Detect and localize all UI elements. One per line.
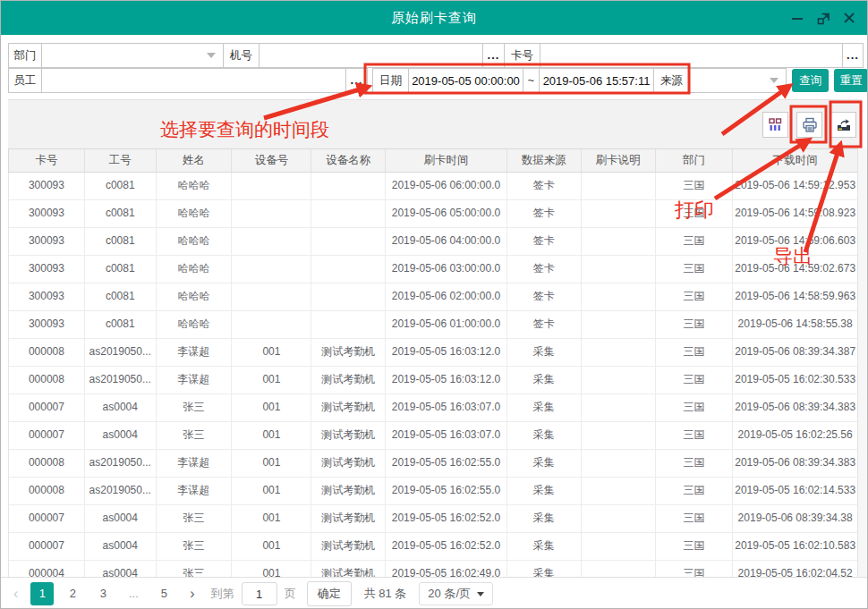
table-row[interactable]: 000008as2019050...李谋超001测试考勤机2019-05-05 … [9,450,857,478]
table-cell: 2019-05-05 16:02:52.0 [386,533,507,560]
table-row[interactable]: 300093c0081哈哈哈2019-05-06 06:00:00.0签卡三国2… [9,173,857,200]
table-cell: 签卡 [507,200,582,227]
table-cell [311,200,386,227]
table-cell: 2019-05-06 14:58:55.38 [733,311,857,338]
table-cell: 000007 [9,533,85,560]
maximize-icon[interactable] [814,9,832,27]
table-cell [232,256,311,283]
card-more-button[interactable]: ... [842,43,864,68]
reset-button[interactable]: 重置 [834,69,868,92]
column-header[interactable]: 设备号 [232,149,311,172]
page-size-select[interactable]: 20 条/页 [419,582,493,605]
table-cell: 三国 [656,173,734,199]
table-cell: 300093 [9,283,85,310]
table-cell: 测试考勤机 [311,422,386,449]
table-cell: as2019050... [85,339,157,366]
table-cell: 张三 [157,533,233,560]
table-cell [311,311,386,338]
results-table: 卡号工号姓名设备号设备名称刷卡时间数据来源刷卡说明部门下载时间 300093c0… [8,148,858,577]
table-row[interactable]: 000008as2019050...李谋超001测试考勤机2019-05-05 … [9,367,857,394]
table-cell: c0081 [85,173,157,199]
table-row[interactable]: 000007as0004张三001测试考勤机2019-05-05 16:03:0… [9,394,857,422]
table-cell: 2019-05-06 02:00:00.0 [386,283,507,310]
table-cell: 哈哈哈 [157,200,233,227]
table-cell: 哈哈哈 [157,228,233,255]
source-select[interactable] [689,68,787,93]
table-cell [582,505,656,532]
machine-input[interactable] [259,43,483,68]
pager-ellipsis: ... [122,582,145,605]
pager-page[interactable]: 3 [91,582,115,605]
table-cell [582,311,656,338]
close-icon[interactable] [840,9,858,27]
goto-page-input[interactable] [242,582,277,605]
machine-more-button[interactable]: ... [482,43,505,68]
pager-next-icon[interactable]: › [190,586,194,602]
column-header[interactable]: 刷卡说明 [582,149,656,172]
table-cell [582,228,656,255]
pager-page[interactable]: 5 [152,582,175,605]
chevron-down-icon [770,78,779,83]
table-cell: 001 [232,505,311,532]
table-row[interactable]: 000007as0004张三001测试考勤机2019-05-05 16:02:5… [9,505,857,533]
table-cell: as2019050... [85,478,157,504]
column-header[interactable]: 部门 [656,149,734,172]
table-row[interactable]: 000007as0004张三001测试考勤机2019-05-05 16:02:5… [9,533,857,561]
table-row[interactable]: 300093c0081哈哈哈2019-05-06 03:00:00.0签卡三国2… [9,256,857,283]
table-cell: 采集 [507,367,582,393]
vertical-scrollbar[interactable] [857,148,867,577]
table-cell: 2019-05-06 08:39:34.383 [733,450,857,477]
table-cell: 三国 [656,228,734,255]
employee-input[interactable] [41,68,346,93]
table-row[interactable]: 000007as0004张三001测试考勤机2019-05-05 16:03:0… [9,422,857,450]
column-header[interactable]: 数据来源 [507,149,582,172]
table-cell: 测试考勤机 [311,561,386,577]
date-to-input[interactable]: 2019-05-06 15:57:11 [539,68,654,93]
table-cell: 哈哈哈 [157,173,233,199]
query-button[interactable]: 查询 [792,69,829,92]
goto-page-label: 到第 [211,586,234,602]
column-header[interactable]: 姓名 [157,149,233,172]
pager-page[interactable]: 1 [30,582,54,605]
pager-page[interactable]: 2 [61,582,84,605]
print-button[interactable] [796,112,822,138]
table-cell: 001 [232,367,311,393]
table-cell: as0004 [85,533,157,560]
window-title: 原始刷卡查询 [1,1,867,35]
column-header[interactable]: 下载时间 [733,149,857,172]
table-row[interactable]: 300093c0081哈哈哈2019-05-06 02:00:00.0签卡三国2… [9,283,857,311]
table-cell: 001 [232,422,311,449]
minimize-icon[interactable] [788,9,806,27]
table-row[interactable]: 000008as2019050...李谋超001测试考勤机2019-05-05 … [9,339,857,367]
table-cell: 2019-05-06 03:00:00.0 [386,256,507,283]
column-header[interactable]: 设备名称 [311,149,386,172]
table-row[interactable]: 000008as2019050...李谋超001测试考勤机2019-05-05 … [9,478,857,505]
column-header[interactable]: 卡号 [9,149,85,172]
column-header[interactable]: 刷卡时间 [386,149,507,172]
table-row[interactable]: 300093c0081哈哈哈2019-05-06 01:00:00.0签卡三国2… [9,311,857,339]
table-cell: 000007 [9,422,85,449]
table-cell: 三国 [656,311,734,338]
employee-more-button[interactable]: ... [345,68,368,93]
table-cell: 三国 [656,256,734,283]
table-cell: 2019-05-05 16:02:55.0 [386,478,507,504]
dept-select[interactable] [41,43,224,68]
confirm-button[interactable]: 确定 [307,581,352,606]
table-cell: 300093 [9,173,85,199]
table-cell: as0004 [85,394,157,421]
date-from-input[interactable]: 2019-05-05 00:00:00 [408,68,523,93]
table-row[interactable]: 000004as0004张三001测试考勤机2019-05-05 16:02:4… [9,561,857,577]
export-button[interactable] [830,112,856,138]
table-row[interactable]: 300093c0081哈哈哈2019-05-06 05:00:00.0签卡三国2… [9,200,857,228]
table-cell: 哈哈哈 [157,256,233,283]
table-row[interactable]: 300093c0081哈哈哈2019-05-06 04:00:00.0签卡三国2… [9,228,857,256]
table-cell: 采集 [507,450,582,477]
table-cell: 李谋超 [157,450,233,477]
column-header[interactable]: 工号 [85,149,157,172]
table-cell [582,478,656,504]
column-chooser-button[interactable] [762,112,788,138]
card-input[interactable] [540,43,843,68]
table-cell: 采集 [507,339,582,366]
table-cell: 2019-05-05 16:02:49.0 [386,561,507,577]
pager-prev-icon[interactable]: ‹ [13,586,18,602]
